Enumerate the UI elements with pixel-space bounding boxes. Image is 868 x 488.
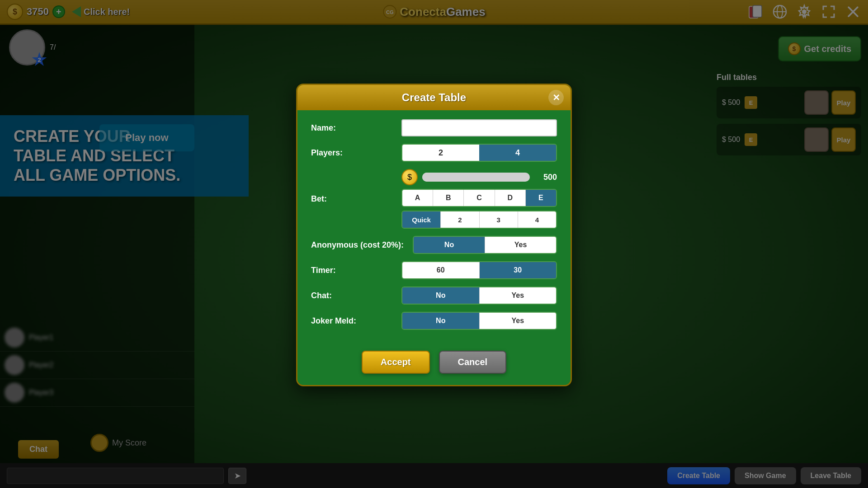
chat-row: Chat: No Yes [311,286,557,305]
anonymous-selector: No Yes [413,236,557,254]
modal-header: Create Table ✕ [297,85,571,110]
name-row: Name: [311,119,557,136]
chat-no-button[interactable]: No [402,287,480,304]
joker-yes-button[interactable]: Yes [480,313,557,329]
timer-row: Timer: 60 30 [311,261,557,279]
level-selector: A B C D E [401,189,557,207]
bet-input-row: $ 500 [401,169,557,185]
anonymous-control: No Yes [413,236,557,254]
bet-slider[interactable] [422,173,530,182]
players-row: Players: 2 4 [311,144,557,162]
anonymous-yes-button[interactable]: Yes [485,237,556,253]
cancel-button[interactable]: Cancel [439,351,507,374]
close-icon: ✕ [552,92,560,103]
players-4-button[interactable]: 4 [479,145,556,161]
level-d-button[interactable]: D [495,190,526,206]
create-table-modal: Create Table ✕ Name: Players: 2 4 [296,84,572,386]
level-e-button[interactable]: E [526,190,556,206]
players-selector: 2 4 [401,144,557,162]
level-c-button[interactable]: C [464,190,495,206]
modal-title: Create Table [402,91,466,104]
chat-yes-button[interactable]: Yes [480,287,557,304]
timer-control: 60 30 [401,261,557,279]
bet-slider-fill [422,173,514,182]
timer-selector: 60 30 [401,261,557,279]
anonymous-label: Anonymous (cost 20%): [311,240,404,250]
players-2-button[interactable]: 2 [402,145,479,161]
chat-selector: No Yes [401,286,557,305]
speed-3-button[interactable]: 3 [480,211,518,228]
timer-label: Timer: [311,266,392,275]
name-label: Name: [311,123,392,133]
level-a-button[interactable]: A [402,190,433,206]
speed-quick-button[interactable]: Quick [402,211,441,228]
bet-row: Bet: $ 500 A B C D E [311,169,557,229]
anonymous-no-button[interactable]: No [414,237,485,253]
timer-30-button[interactable]: 30 [480,262,557,278]
players-label: Players: [311,148,392,158]
joker-label: Joker Meld: [311,316,392,326]
joker-row: Joker Meld: No Yes [311,312,557,330]
speed-selector: Quick 2 3 4 [401,211,557,229]
level-b-button[interactable]: B [433,190,464,206]
joker-control: No Yes [401,312,557,330]
speed-2-button[interactable]: 2 [441,211,479,228]
chat-field-label: Chat: [311,291,392,300]
bet-control: $ 500 A B C D E [401,169,557,229]
modal-footer: Accept Cancel [297,342,571,385]
name-control [401,119,557,136]
name-input[interactable] [401,119,557,136]
bet-coin-icon: $ [401,169,418,185]
speed-4-button[interactable]: 4 [518,211,556,228]
chat-control: No Yes [401,286,557,305]
players-control: 2 4 [401,144,557,162]
bet-label: Bet: [311,194,392,204]
joker-no-button[interactable]: No [402,313,480,329]
bet-value: 500 [534,173,557,182]
anonymous-row: Anonymous (cost 20%): No Yes [311,236,557,254]
modal-body: Name: Players: 2 4 Bet: [297,110,571,342]
modal-close-button[interactable]: ✕ [548,90,564,105]
accept-button[interactable]: Accept [362,351,430,374]
joker-selector: No Yes [401,312,557,330]
timer-60-button[interactable]: 60 [402,262,480,278]
modal-overlay: Create Table ✕ Name: Players: 2 4 [0,0,868,488]
